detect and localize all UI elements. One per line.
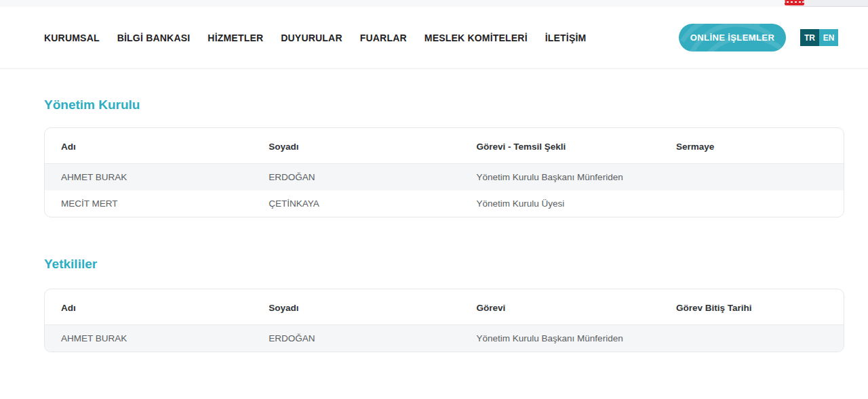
cell-soyadi: ERDOĞAN: [252, 164, 460, 191]
nav-item-bilgi-bankasi[interactable]: BİLGİ BANKASI: [117, 33, 191, 43]
column-header-adi: Adı: [45, 289, 252, 325]
table-header-row: Adı Soyadı Görevi Görev Bitiş Tarihi: [45, 289, 844, 325]
language-switcher: TR EN: [800, 29, 838, 46]
board-table-card: Adı Soyadı Görevi - Temsil Şekli Sermaye…: [44, 127, 844, 217]
browser-top-strip: [0, 0, 868, 7]
main-nav: KURUMSAL BİLGİ BANKASI HİZMETLER DUYURUL…: [44, 33, 586, 43]
page: KURUMSAL BİLGİ BANKASI HİZMETLER DUYURUL…: [0, 0, 868, 352]
column-header-soyadi: Soyadı: [252, 128, 460, 164]
cell-bitis-tarihi: [660, 325, 844, 352]
nav-item-fuarlar[interactable]: FUARLAR: [360, 33, 407, 43]
main-content: Yönetim Kurulu Adı Soyadı Görevi - Temsi…: [0, 98, 868, 352]
cell-gorevi: Yönetim Kurulu Başkanı Münferiden: [460, 164, 660, 191]
site-header: KURUMSAL BİLGİ BANKASI HİZMETLER DUYURUL…: [0, 7, 868, 69]
red-badge-icon: [785, 0, 804, 5]
table-header-row: Adı Soyadı Görevi - Temsil Şekli Sermaye: [45, 128, 844, 164]
cell-gorevi: Yönetim Kurulu Başkanı Münferiden: [460, 325, 660, 352]
column-header-sermaye: Sermaye: [660, 128, 844, 164]
nav-item-hizmetler[interactable]: HİZMETLER: [208, 33, 263, 43]
nav-item-iletisim[interactable]: İLETİŞİM: [545, 33, 587, 43]
section-title-yetkililer: Yetkililer: [44, 257, 844, 272]
column-header-adi: Adı: [45, 128, 252, 164]
table-row: AHMET BURAK ERDOĞAN Yönetim Kurulu Başka…: [45, 164, 844, 191]
column-header-gorevi: Görevi - Temsil Şekli: [460, 128, 660, 164]
officials-table: Adı Soyadı Görevi Görev Bitiş Tarihi AHM…: [45, 289, 844, 352]
section-yetkililer: Yetkililer Adı Soyadı Görevi Görev Bitiş…: [44, 257, 844, 352]
column-header-bitis-tarihi: Görev Bitiş Tarihi: [660, 289, 844, 325]
table-row: MECİT MERT ÇETİNKAYA Yönetim Kurulu Üyes…: [45, 190, 844, 217]
table-row: AHMET BURAK ERDOĞAN Yönetim Kurulu Başka…: [45, 325, 844, 352]
lang-tr-button[interactable]: TR: [800, 29, 819, 46]
nav-item-duyurular[interactable]: DUYURULAR: [281, 33, 342, 43]
cell-sermaye: [660, 190, 844, 217]
cell-gorevi: Yönetim Kurulu Üyesi: [460, 190, 660, 217]
nav-item-kurumsal[interactable]: KURUMSAL: [44, 33, 100, 43]
board-table: Adı Soyadı Görevi - Temsil Şekli Sermaye…: [45, 128, 844, 217]
cell-adi: AHMET BURAK: [45, 325, 252, 352]
cell-sermaye: [660, 164, 844, 191]
section-yonetim-kurulu: Yönetim Kurulu Adı Soyadı Görevi - Temsi…: [44, 98, 844, 217]
cell-soyadi: ÇETİNKAYA: [252, 190, 460, 217]
cell-soyadi: ERDOĞAN: [252, 325, 460, 352]
online-islemler-button[interactable]: ONLİNE İŞLEMLER: [679, 24, 786, 51]
top-bar-remnant: [0, 0, 795, 7]
cell-adi: AHMET BURAK: [45, 164, 252, 191]
section-title-yonetim-kurulu: Yönetim Kurulu: [44, 98, 844, 112]
cell-adi: MECİT MERT: [45, 190, 252, 217]
lang-en-button[interactable]: EN: [819, 29, 838, 46]
nav-item-meslek-komiteleri[interactable]: MESLEK KOMİTELERİ: [425, 33, 528, 43]
online-islemler-label: ONLİNE İŞLEMLER: [690, 33, 774, 43]
column-header-soyadi: Soyadı: [252, 289, 460, 325]
column-header-gorevi: Görevi: [460, 289, 660, 325]
officials-table-card: Adı Soyadı Görevi Görev Bitiş Tarihi AHM…: [44, 289, 844, 352]
header-actions: ONLİNE İŞLEMLER TR EN: [679, 24, 838, 51]
